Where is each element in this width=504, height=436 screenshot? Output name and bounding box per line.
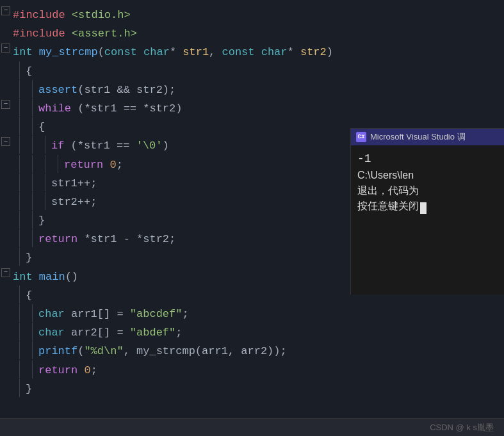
code-line: printf("%d\n", my_strcmp(arr1, arr2)); — [0, 341, 504, 360]
terminal-body: -1C:\Users\len退出，代码为按任意键关闭 — [351, 145, 504, 295]
terminal-line: 退出，代码为 — [357, 183, 498, 198]
indent-guide — [13, 211, 26, 229]
indent-guide — [26, 229, 38, 247]
terminal-cursor — [420, 202, 427, 214]
indent-guide — [26, 323, 38, 341]
code-line: −while (*str1 == *str2) — [0, 99, 504, 117]
code-line: char arr2[] = "abdef"; — [0, 323, 504, 341]
indent-guide — [26, 211, 38, 229]
fold-indicator — [0, 286, 13, 287]
indent-guide — [13, 155, 26, 173]
indent-guide — [26, 174, 38, 191]
terminal-icon: C# — [356, 132, 366, 142]
code-content: char arr1[] = "abcdef"; — [38, 304, 504, 323]
indent-guide — [38, 174, 51, 191]
indent-guide — [13, 61, 26, 79]
fold-indicator — [0, 379, 13, 380]
fold-indicator — [0, 323, 13, 324]
code-content: #include <assert.h> — [13, 24, 504, 42]
indent-guide — [26, 136, 38, 154]
fold-indicator[interactable]: − — [0, 5, 13, 15]
indent-guide — [26, 304, 38, 322]
fold-indicator — [0, 80, 13, 81]
fold-box[interactable]: − — [1, 268, 10, 277]
indent-guide — [13, 379, 26, 397]
indent-guide — [13, 360, 26, 378]
indent-guide — [51, 155, 64, 173]
indent-guide — [38, 192, 51, 210]
indent-guide — [13, 192, 26, 210]
indent-guide — [13, 174, 26, 191]
fold-indicator — [0, 192, 13, 193]
terminal-window: C# Microsoft Visual Studio 调 -1C:\Users\… — [350, 128, 504, 295]
indent-guide — [13, 229, 26, 247]
fold-box[interactable]: − — [1, 100, 10, 109]
indent-guide — [26, 117, 38, 135]
status-bar: CSDN @ k s胤墨 — [0, 418, 504, 436]
indent-guide — [26, 341, 38, 359]
indent-guide — [26, 99, 38, 117]
fold-indicator — [0, 174, 13, 175]
indent-guide — [26, 155, 38, 173]
fold-box[interactable]: − — [1, 137, 10, 146]
indent-guide — [26, 192, 38, 210]
fold-box[interactable]: − — [1, 6, 10, 15]
fold-indicator — [0, 211, 13, 212]
fold-indicator[interactable]: − — [0, 99, 13, 109]
code-line: char arr1[] = "abcdef"; — [0, 304, 504, 323]
code-content: int my_strcmp(const char* str1, const ch… — [13, 42, 504, 61]
terminal-line: 按任意键关闭 — [357, 198, 498, 214]
indent-guide — [13, 99, 26, 117]
code-content: while (*str1 == *str2) — [38, 99, 504, 117]
code-line: #include <assert.h> — [0, 24, 504, 42]
code-content: } — [26, 379, 504, 398]
fold-indicator — [0, 341, 13, 343]
fold-indicator[interactable]: − — [0, 136, 13, 146]
code-content: return 0; — [38, 360, 504, 379]
fold-indicator — [0, 304, 13, 305]
fold-box[interactable]: − — [1, 44, 10, 52]
code-line: return 0; — [0, 360, 504, 379]
fold-indicator — [0, 248, 13, 249]
indent-guide — [13, 136, 26, 154]
code-line: assert(str1 && str2); — [0, 80, 504, 99]
indent-guide — [13, 323, 26, 341]
indent-guide — [38, 136, 51, 154]
code-line: { — [0, 61, 504, 80]
terminal-line: -1 — [357, 150, 498, 168]
indent-guide — [13, 117, 26, 135]
indent-guide — [13, 286, 26, 303]
indent-guide — [26, 360, 38, 378]
indent-guide — [26, 80, 38, 98]
indent-guide — [13, 341, 26, 359]
fold-indicator — [0, 61, 13, 63]
indent-guide — [13, 80, 26, 98]
code-line: } — [0, 379, 504, 398]
terminal-titlebar: C# Microsoft Visual Studio 调 — [351, 129, 504, 145]
code-line: −#include <stdio.h> — [0, 5, 504, 24]
watermark: CSDN @ k s胤墨 — [430, 422, 494, 433]
terminal-line: C:\Users\len — [357, 168, 498, 183]
indent-guide — [13, 304, 26, 322]
terminal-title: Microsoft Visual Studio 调 — [370, 131, 466, 143]
fold-indicator[interactable]: − — [0, 267, 13, 277]
code-line: −int my_strcmp(const char* str1, const c… — [0, 42, 504, 61]
indent-guide — [38, 155, 51, 173]
code-content: printf("%d\n", my_strcmp(arr1, arr2)); — [38, 341, 504, 360]
code-content: #include <stdio.h> — [13, 5, 504, 24]
fold-indicator — [0, 155, 13, 156]
fold-indicator[interactable]: − — [0, 42, 13, 52]
code-content: char arr2[] = "abdef"; — [38, 323, 504, 341]
fold-indicator — [0, 360, 13, 362]
fold-indicator — [0, 117, 13, 118]
fold-indicator — [0, 229, 13, 230]
code-content: assert(str1 && str2); — [38, 80, 504, 99]
indent-guide — [13, 248, 26, 266]
fold-indicator — [0, 24, 13, 25]
code-content: { — [26, 61, 504, 80]
